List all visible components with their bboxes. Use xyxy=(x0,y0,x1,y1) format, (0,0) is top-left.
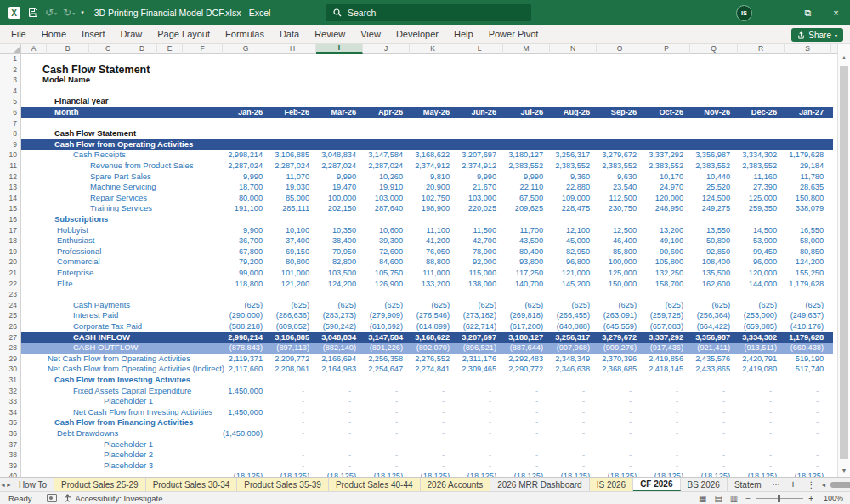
cell-r28-c2[interactable]: (897,113) xyxy=(269,343,316,354)
cell-r25-c11[interactable]: (256,364) xyxy=(690,310,737,321)
row-number-7[interactable]: 7 xyxy=(1,118,17,129)
cell-r36-c12[interactable]: - xyxy=(737,428,784,439)
cell-r12-c8[interactable]: 9,360 xyxy=(550,172,597,183)
cell-r6-c12[interactable]: Dec-26 xyxy=(737,107,784,118)
cell-r18-c9[interactable]: 46,400 xyxy=(597,235,643,246)
cell-r11-c11[interactable]: 2,383,552 xyxy=(690,161,737,172)
cell-r22-c7[interactable]: 140,700 xyxy=(503,279,550,290)
row-number-13[interactable]: 13 xyxy=(1,182,17,193)
row-label-19[interactable]: Professional xyxy=(57,246,101,258)
cell-r27-c9[interactable]: 3,279,672 xyxy=(597,332,643,343)
menu-home[interactable]: Home xyxy=(34,25,74,43)
cell-r37-c3[interactable]: - xyxy=(316,439,363,450)
cell-r34-c13[interactable]: - xyxy=(784,407,830,418)
row-number-22[interactable]: 22 xyxy=(1,279,17,290)
cell-r37-c5[interactable]: - xyxy=(410,439,456,450)
cell-r27-c4[interactable]: 3,147,584 xyxy=(363,332,410,343)
cell-r33-c11[interactable]: - xyxy=(690,396,737,407)
sheet-tab-2026-mrr-dashboard[interactable]: 2026 MRR Dashboard xyxy=(490,478,590,491)
cell-r17-c3[interactable]: 10,350 xyxy=(316,225,363,236)
menu-insert[interactable]: Insert xyxy=(74,25,113,43)
cell-r21-c10[interactable]: 132,250 xyxy=(643,268,690,279)
cell-r21-c9[interactable]: 125,000 xyxy=(597,268,643,279)
row-number-18[interactable]: 18 xyxy=(1,235,17,246)
tab-nav-next-icon[interactable]: ► xyxy=(6,478,12,491)
minimize-button[interactable]: — xyxy=(766,0,794,25)
cell-r10-c11[interactable]: 3,356,987 xyxy=(690,150,737,161)
row-label-3[interactable]: Model Name xyxy=(42,75,90,86)
share-button[interactable]: Share ▾ xyxy=(791,28,843,42)
cell-r35-c10[interactable]: - xyxy=(643,417,690,428)
cell-r39-c4[interactable]: - xyxy=(363,461,410,472)
cell-r38-c9[interactable]: - xyxy=(597,450,643,461)
cell-r6-c2[interactable]: Feb-26 xyxy=(269,107,316,118)
column-header-O[interactable]: O xyxy=(597,44,643,54)
cell-r15-c10[interactable]: 248,950 xyxy=(643,203,690,214)
cell-r26-c11[interactable]: (664,422) xyxy=(690,321,737,332)
cell-r26-c9[interactable]: (645,559) xyxy=(597,321,643,332)
horizontal-scroll-thumb[interactable] xyxy=(830,482,850,488)
cell-r29-c11[interactable]: 2,435,576 xyxy=(690,354,737,365)
row-label-16[interactable]: Subscriptions xyxy=(54,214,108,225)
cell-r29-c1[interactable]: 2,119,371 xyxy=(223,354,269,365)
row-number-12[interactable]: 12 xyxy=(1,172,17,183)
cell-r25-c6[interactable]: (273,182) xyxy=(456,310,503,321)
cell-r37-c11[interactable]: - xyxy=(690,439,737,450)
cell-r25-c10[interactable]: (259,728) xyxy=(643,310,690,321)
cell-r27-c7[interactable]: 3,180,127 xyxy=(503,332,550,343)
row-number-31[interactable]: 31 xyxy=(1,375,17,386)
cell-r29-c5[interactable]: 2,276,552 xyxy=(410,354,456,365)
cell-r20-c10[interactable]: 105,800 xyxy=(643,257,690,268)
cell-r10-c9[interactable]: 3,279,672 xyxy=(597,150,643,161)
row-number-38[interactable]: 38 xyxy=(1,450,17,461)
cell-r25-c7[interactable]: (269,818) xyxy=(503,310,550,321)
cell-r20-c13[interactable]: 124,200 xyxy=(784,257,830,268)
cell-r33-c6[interactable]: - xyxy=(456,396,503,407)
cell-r19-c4[interactable]: 72,600 xyxy=(363,246,410,258)
cell-r25-c13[interactable]: (249,637) xyxy=(784,310,830,321)
tab-nav-prev-icon[interactable]: ◄ xyxy=(0,478,6,491)
cell-r32-c9[interactable]: - xyxy=(597,386,643,397)
row-number-24[interactable]: 24 xyxy=(1,300,17,311)
cell-r39-c8[interactable]: - xyxy=(550,461,597,472)
cell-r19-c2[interactable]: 69,150 xyxy=(269,246,316,258)
cell-r34-c12[interactable]: - xyxy=(737,407,784,418)
cell-r36-c1[interactable]: (1,450,000) xyxy=(223,428,269,439)
cell-r24-c11[interactable]: (625) xyxy=(690,300,737,311)
column-header-D[interactable]: D xyxy=(128,44,157,54)
cell-r24-c9[interactable]: (625) xyxy=(597,300,643,311)
cell-r26-c13[interactable]: (410,176) xyxy=(784,321,830,332)
cell-r6-c1[interactable]: Jan-26 xyxy=(223,107,269,118)
cell-r35-c13[interactable]: - xyxy=(784,417,830,428)
cell-r12-c11[interactable]: 10,440 xyxy=(690,172,737,183)
cell-r30-c3[interactable]: 2,164,983 xyxy=(316,364,363,375)
cell-r40-c8[interactable]: (18,125) xyxy=(550,471,597,477)
cell-r15-c9[interactable]: 230,750 xyxy=(597,203,643,214)
cell-r33-c4[interactable]: - xyxy=(363,396,410,407)
cell-r36-c9[interactable]: - xyxy=(597,428,643,439)
cell-r26-c2[interactable]: (609,852) xyxy=(269,321,316,332)
cell-r15-c2[interactable]: 285,111 xyxy=(269,203,316,214)
tab-menu-icon[interactable]: ⋮ xyxy=(802,478,821,491)
cell-r13-c2[interactable]: 19,030 xyxy=(269,182,316,193)
cell-r20-c3[interactable]: 82,800 xyxy=(316,257,363,268)
cell-r13-c1[interactable]: 18,700 xyxy=(223,182,269,193)
cell-r36-c7[interactable]: - xyxy=(503,428,550,439)
row-number-21[interactable]: 21 xyxy=(1,268,17,279)
customize-qat-icon[interactable]: ▾ xyxy=(81,9,84,16)
cell-r19-c9[interactable]: 85,800 xyxy=(597,246,643,258)
cell-r24-c4[interactable]: (625) xyxy=(363,300,410,311)
column-header-E[interactable]: E xyxy=(157,44,183,54)
cell-r10-c5[interactable]: 3,168,622 xyxy=(410,150,456,161)
scroll-up-icon[interactable]: ▲ xyxy=(838,54,850,60)
cell-r27-c13[interactable]: 1,179,628 xyxy=(784,332,830,343)
cell-r32-c12[interactable]: - xyxy=(737,386,784,397)
cell-r15-c13[interactable]: 338,079 xyxy=(784,203,830,214)
cell-r40-c5[interactable]: (18,125) xyxy=(410,471,456,477)
row-number-4[interactable]: 4 xyxy=(1,86,17,97)
cell-r38-c6[interactable]: - xyxy=(456,450,503,461)
row-label-14[interactable]: Repair Services xyxy=(90,193,147,204)
column-header-I[interactable]: I xyxy=(316,44,363,54)
cell-r14-c13[interactable]: 150,800 xyxy=(784,193,830,204)
cell-r19-c13[interactable]: 80,850 xyxy=(784,246,830,258)
